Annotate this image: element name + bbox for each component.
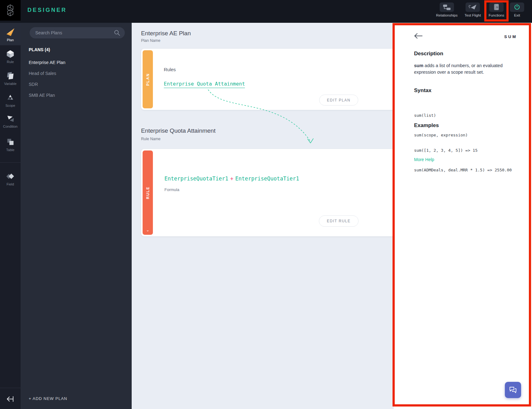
condition-triangles-icon: [6, 114, 15, 123]
power-icon: [510, 2, 524, 12]
add-new-plan-button[interactable]: + ADD NEW PLAN: [29, 396, 67, 401]
description-rest: adds a list of numbers, or an evaluated …: [414, 63, 503, 75]
test-flight-icon: [466, 2, 480, 12]
plan-paper-plane-icon: [6, 27, 15, 37]
nav-test-flight-button[interactable]: Test Flight: [462, 2, 483, 17]
collapse-sidebar-button[interactable]: [5, 395, 15, 403]
plan-title: Enterprise AE Plan: [141, 30, 191, 37]
plan-list-item[interactable]: Head of Sales: [29, 71, 56, 76]
formula-right: EnterpriseQuotaTier1: [235, 175, 299, 182]
rules-label: Rules: [164, 67, 176, 72]
function-help-panel: SUM Description sum adds a list of numbe…: [394, 23, 532, 409]
svg-text:fx: fx: [496, 6, 499, 9]
rail-divider: [0, 162, 21, 163]
collapse-arrow-icon: [5, 395, 15, 403]
app-logo[interactable]: [0, 0, 21, 21]
function-name: SUM: [504, 34, 517, 39]
plan-subtitle: Plan Name: [141, 38, 160, 43]
back-button[interactable]: [413, 32, 423, 39]
top-header: DESIGNER Relationships Test Flight: [0, 0, 532, 23]
formula-operator: +: [228, 175, 235, 182]
plan-list-item[interactable]: SDR: [29, 82, 38, 87]
table-squares-icon: [6, 137, 15, 147]
plan-card-tab[interactable]: PLAN: [143, 50, 153, 108]
plan-card: [141, 49, 406, 110]
designer-app: DESIGNER Relationships Test Flight: [0, 0, 532, 409]
edit-rule-button[interactable]: EDIT RULE: [319, 215, 359, 227]
relationships-icon: [440, 2, 454, 12]
chevron-down-icon[interactable]: ⌄: [143, 228, 153, 232]
rule-card: [141, 149, 406, 236]
nav-functions-button[interactable]: fx Functions: [486, 2, 507, 17]
sidebar-item-variable[interactable]: Variable: [0, 71, 21, 86]
search-icon[interactable]: [114, 29, 120, 36]
rule-card-tab[interactable]: RULE ⌄: [143, 150, 153, 235]
field-diamonds-icon: [5, 172, 15, 181]
syntax-line: sum(list): [414, 112, 468, 119]
formula-label: Formula: [164, 187, 179, 192]
back-arrow-icon: [413, 32, 423, 39]
rule-link[interactable]: Enterprise Quota Attainment: [164, 81, 245, 88]
hexagon-logo-icon: [5, 4, 16, 17]
icon-sidebar: Plan Rule Variable Scope: [0, 23, 21, 409]
sidebar-item-scope[interactable]: Scope: [0, 94, 21, 107]
functions-icon: fx: [489, 2, 504, 12]
rule-subtitle: Rule Name: [141, 137, 161, 141]
nav-exit-button[interactable]: Exit: [510, 2, 524, 17]
plans-panel: PLANS (4) Enterprise AE Plan Head of Sal…: [21, 23, 132, 409]
sidebar-item-rule[interactable]: Rule: [0, 49, 21, 64]
rule-title: Enterprise Quota Attainment: [141, 127, 216, 134]
chat-bubbles-icon: [509, 386, 517, 394]
variable-layers-icon: [6, 71, 15, 81]
sidebar-item-plan[interactable]: Plan: [0, 27, 21, 42]
nav-relationships-button[interactable]: Relationships: [434, 2, 460, 17]
examples-heading: Examples: [414, 122, 439, 129]
scope-triangles-icon: [6, 94, 15, 102]
search-input[interactable]: [35, 30, 114, 35]
sidebar-item-condition[interactable]: Condition: [0, 114, 21, 128]
plans-section-title: PLANS (4): [29, 47, 50, 52]
app-title: DESIGNER: [27, 7, 67, 13]
more-help-link[interactable]: More Help: [414, 157, 434, 162]
syntax-heading: Syntax: [414, 87, 432, 94]
example-line: sum([1, 2, 3, 4, 5]) => 15: [414, 147, 512, 154]
rule-cube-icon: [6, 49, 15, 59]
plan-list-item[interactable]: SMB AE Plan: [29, 93, 55, 98]
sidebar-item-table[interactable]: Table: [0, 137, 21, 152]
rule-formula: EnterpriseQuotaTier1+EnterpriseQuotaTier…: [164, 175, 299, 182]
formula-left: EnterpriseQuotaTier1: [164, 175, 228, 182]
plan-list-item[interactable]: Enterprise AE Plan: [29, 60, 66, 65]
description-heading: Description: [414, 51, 443, 57]
description-text: sum adds a list of numbers, or an evalua…: [414, 62, 508, 76]
rail-divider: [0, 388, 21, 388]
chat-button[interactable]: [505, 382, 521, 398]
edit-plan-button[interactable]: EDIT PLAN: [319, 95, 358, 106]
description-term: sum: [414, 63, 423, 68]
example-line: sum(ADMDeals, deal.MRR * 1.5) => 2550.00: [414, 167, 512, 173]
sidebar-item-field[interactable]: Field: [0, 172, 21, 186]
search-box: [30, 27, 125, 38]
